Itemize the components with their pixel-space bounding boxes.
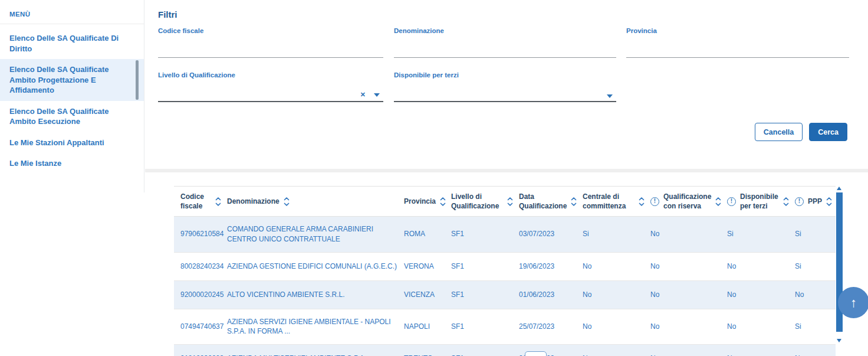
denominazione-input[interactable] [394, 34, 616, 58]
denominazione-field: Denominazione [394, 27, 616, 58]
sidebar-item-label: Le Mie Stazioni Appaltanti [9, 138, 104, 147]
scroll-to-top-button[interactable]: ↑ [838, 287, 868, 318]
cell-provincia: VICENZA [404, 282, 451, 308]
codice-fiscale-input[interactable] [158, 34, 383, 58]
provincia-label: Provincia [626, 27, 849, 34]
sort-icon[interactable] [783, 197, 789, 207]
cell-disponibile-terzi: No [727, 254, 795, 279]
cell-codice-fiscale: 07494740637 [174, 314, 227, 339]
cell-denominazione: ALTO VICENTINO AMBIENTE S.R.L. [227, 282, 404, 308]
cell-disponibile-terzi: No [727, 346, 795, 356]
table-row[interactable]: 92000020245 ALTO VICENTINO AMBIENTE S.R.… [174, 280, 836, 309]
cell-ppp: No [795, 282, 836, 308]
sort-icon[interactable] [826, 197, 832, 207]
table-row[interactable]: 97906210584 COMANDO GENERALE ARMA CARABI… [174, 217, 836, 252]
sort-icon[interactable] [440, 197, 446, 207]
column-header-provincia[interactable]: Provincia [404, 197, 451, 207]
scrollbar-up-arrow-icon[interactable] [837, 187, 841, 190]
column-header-livello-qualificazione[interactable]: Livello di Qualificazione [451, 192, 519, 211]
cell-livello: SF1 [451, 282, 519, 308]
up-arrow-icon: ↑ [850, 295, 857, 311]
sidebar-item-elenco-di-diritto[interactable]: Elenco Delle SA Qualificate Di Diritto [0, 28, 144, 59]
selected-item-indicator [136, 60, 139, 100]
provincia-field: Provincia [626, 27, 849, 58]
cell-ppp: Si [795, 221, 836, 247]
cell-codice-fiscale: 80028240234 [174, 254, 227, 279]
livello-qualificazione-label: Livello di Qualificazione [158, 71, 383, 79]
sidebar-item-elenco-progettazione-affidamento[interactable]: Elenco Delle SA Qualificate Ambito Proge… [0, 59, 144, 101]
sort-icon[interactable] [507, 197, 513, 207]
table-header-row: Codice fiscale Denominazione Provincia L… [174, 186, 836, 217]
provincia-input[interactable] [626, 34, 849, 58]
cell-disponibile-terzi: No [727, 314, 795, 339]
disponibile-per-terzi-field: Disponibile per terzi [394, 71, 616, 102]
filter-panel: Filtri Codice fiscale Denominazione Prov… [145, 0, 868, 169]
cell-provincia: VERONA [404, 254, 451, 279]
cell-centrale-committenza: No [583, 282, 650, 308]
sidebar: MENÙ Elenco Delle SA Qualificate Di Diri… [0, 0, 144, 192]
cell-disponibile-terzi: Si [727, 221, 795, 247]
cell-codice-fiscale: 92000020245 [174, 282, 227, 308]
cell-qualificazione-riserva: No [650, 254, 727, 279]
cell-qualificazione-riserva: No [650, 314, 727, 339]
codice-fiscale-field: Codice fiscale [158, 27, 383, 58]
table-row[interactable]: 07494740637 AZIENDA SERVIZI IGIENE AMBIE… [174, 309, 836, 345]
clear-icon[interactable]: ✕ [360, 92, 366, 98]
sidebar-item-label: Elenco Delle SA Qualificate Ambito Esecu… [9, 107, 109, 126]
sidebar-item-elenco-esecuzione[interactable]: Elenco Delle SA Qualificate Ambito Esecu… [0, 101, 144, 132]
codice-fiscale-label: Codice fiscale [158, 27, 383, 34]
table-scrollbar[interactable] [836, 187, 843, 342]
cell-centrale-committenza: Si [583, 221, 650, 247]
sort-icon[interactable] [639, 197, 645, 207]
column-header-codice-fiscale[interactable]: Codice fiscale [174, 192, 227, 211]
column-header-centrale-committenza[interactable]: Centrale di committenza [583, 192, 650, 211]
table-row[interactable]: 01812230223 AZIENDA MULTISERVIZI AMBIENT… [174, 344, 836, 356]
cell-centrale-committenza: No [583, 346, 650, 356]
cell-codice-fiscale: 01812230223 [174, 346, 227, 356]
cell-provincia: NAPOLI [404, 314, 451, 339]
cell-ppp: Si [795, 314, 836, 339]
sort-icon[interactable] [715, 197, 721, 207]
cell-centrale-committenza: No [583, 314, 650, 339]
cell-ppp: No [795, 346, 836, 356]
chevron-down-icon[interactable] [607, 94, 613, 98]
cancel-button[interactable]: Cancella [755, 123, 803, 141]
column-header-data-qualificazione[interactable]: Data Qualificazione [519, 192, 583, 211]
cell-centrale-committenza: No [583, 254, 650, 279]
section-divider [145, 169, 868, 172]
column-header-denominazione[interactable]: Denominazione [227, 197, 404, 207]
cell-disponibile-terzi: No [727, 282, 795, 308]
cell-data-qualificazione: 25/07/2023 [519, 314, 583, 339]
column-header-ppp[interactable]: ! PPP [795, 197, 836, 207]
sidebar-item-label: Le Mie Istanze [9, 159, 61, 168]
column-header-disponibile-terzi[interactable]: ! Disponibile per terzi [727, 192, 795, 211]
cell-ppp: Si [795, 254, 836, 279]
info-icon: ! [795, 197, 804, 206]
column-header-qualificazione-riserva[interactable]: ! Qualificazione con riserva [650, 192, 727, 211]
sidebar-item-le-mie-istanze[interactable]: Le Mie Istanze [0, 153, 144, 174]
sort-icon[interactable] [284, 197, 290, 207]
scrollbar-down-arrow-icon[interactable] [837, 339, 841, 342]
disponibile-per-terzi-label: Disponibile per terzi [394, 71, 616, 79]
sort-icon[interactable] [571, 197, 577, 207]
disponibile-per-terzi-select[interactable] [394, 79, 616, 102]
sort-icon[interactable] [215, 197, 221, 207]
pagination-control[interactable] [525, 351, 547, 356]
cell-livello: SF1 [451, 254, 519, 279]
chevron-down-icon[interactable] [374, 93, 380, 97]
cell-data-qualificazione: 03/07/2023 [519, 221, 583, 247]
table-row[interactable]: 80028240234 AZIENDA GESTIONE EDIFICI COM… [174, 252, 836, 280]
cell-provincia: ROMA [404, 221, 451, 247]
cell-provincia: TRENTO [404, 346, 451, 356]
sidebar-item-label: Elenco Delle SA Qualificate Ambito Proge… [9, 65, 109, 94]
sidebar-item-le-mie-stazioni-appaltanti[interactable]: Le Mie Stazioni Appaltanti [0, 132, 144, 153]
cell-qualificazione-riserva: No [650, 221, 727, 247]
cell-livello: SF1 [451, 221, 519, 247]
cell-qualificazione-riserva: No [650, 282, 727, 308]
livello-qualificazione-select[interactable]: ✕ [158, 79, 383, 102]
cell-denominazione: COMANDO GENERALE ARMA CARABINIERI CENTRO… [227, 217, 404, 252]
cell-denominazione: AZIENDA SERVIZI IGIENE AMBIENTALE - NAPO… [227, 309, 404, 345]
cell-codice-fiscale: 97906210584 [174, 221, 227, 247]
search-button[interactable]: Cerca [809, 123, 847, 141]
cell-denominazione: AZIENDA GESTIONE EDIFICI COMUNALI (A.G.E… [227, 254, 404, 279]
